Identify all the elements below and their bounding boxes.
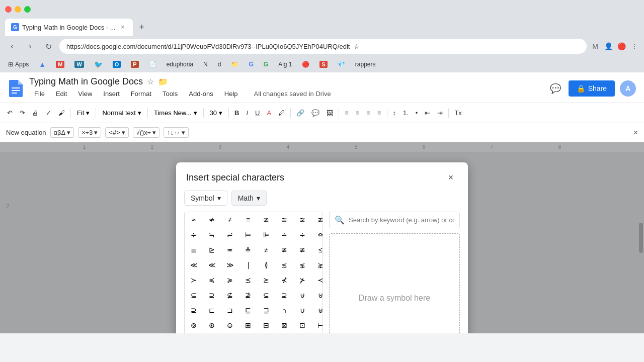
paintformat-btn[interactable]: 🖌 — [55, 107, 68, 119]
star-icon[interactable]: ☆ — [354, 43, 360, 50]
symbol-cell[interactable]: ⊋ — [185, 303, 203, 318]
symbol-cell[interactable]: ⊠ — [275, 318, 293, 333]
close-window-btn[interactable] — [5, 6, 12, 13]
bookmark-outlook[interactable]: O — [110, 60, 124, 69]
menu-view[interactable]: View — [73, 88, 97, 100]
symbol-cell[interactable]: ⊋ — [275, 288, 293, 303]
modal-close-btn[interactable]: × — [444, 170, 458, 185]
more-icon[interactable]: ⋮ — [630, 42, 639, 51]
symbol-cell[interactable]: ≽ — [221, 273, 239, 288]
symbol-cell[interactable]: ⊵ — [203, 242, 221, 257]
align-right-btn[interactable]: ≡ — [363, 107, 373, 119]
symbol-cell[interactable]: ⊮ — [293, 333, 311, 333]
bookmark-eduphoria[interactable]: eduphoria — [164, 60, 196, 69]
symbol-cell[interactable]: ⊩ — [203, 333, 221, 333]
symbol-cell[interactable]: ⊑ — [239, 303, 257, 318]
bookmark-n[interactable]: N — [200, 60, 211, 69]
operators-dropdown[interactable]: ×÷3 ▾ — [78, 127, 101, 138]
symbol-cell[interactable]: ⊏ — [203, 303, 221, 318]
symbol-cell[interactable]: ⊐ — [221, 303, 239, 318]
size-dropdown[interactable]: 30 ▾ — [206, 107, 226, 119]
category-dropdown[interactable]: Symbol ▾ — [184, 191, 227, 206]
symbol-cell[interactable]: ≈ — [185, 212, 203, 227]
symbol-cell[interactable]: ≢ — [257, 212, 275, 227]
symbol-cell[interactable]: ≫ — [221, 257, 239, 273]
symbol-cell[interactable]: ≏ — [311, 227, 323, 242]
symbol-cell[interactable]: ≢ — [293, 242, 311, 257]
textcolor-btn[interactable]: A — [264, 107, 274, 119]
symbol-cell[interactable]: ⋧ — [311, 257, 323, 273]
menu-file[interactable]: File — [29, 88, 50, 100]
symbol-cell[interactable]: ⊫ — [239, 333, 257, 333]
search-box[interactable]: 🔍 — [329, 212, 460, 228]
symbol-cell[interactable]: ⋦ — [293, 257, 311, 273]
spellcheck-btn[interactable]: ✓ — [43, 107, 54, 119]
align-center-btn[interactable]: ≡ — [353, 107, 363, 119]
structures-dropdown[interactable]: √()x÷ ▾ — [133, 127, 159, 138]
url-bar[interactable]: https://docs.google.com/document/d/11jP0… — [59, 39, 587, 54]
share-button[interactable]: 🔒 Share — [569, 80, 615, 97]
document-title[interactable]: Typing Math in Google Docs — [29, 76, 143, 87]
bookmark-rappers[interactable]: rappers — [352, 60, 379, 69]
new-tab-button[interactable]: + — [135, 20, 149, 34]
linespace-btn[interactable]: ↕ — [390, 107, 399, 119]
bookmark-apps[interactable]: ⊞ Apps — [5, 60, 32, 69]
link-btn[interactable]: 🔗 — [293, 107, 307, 119]
symbol-cell[interactable]: ≗ — [239, 242, 257, 257]
menu-addons[interactable]: Add-ons — [184, 88, 218, 100]
bookmark-gem[interactable]: 💎 — [335, 60, 348, 69]
style-dropdown[interactable]: Normal text ▾ — [99, 107, 144, 119]
greek-letters-dropdown[interactable]: αβΔ ▾ — [50, 127, 74, 138]
gmail-icon[interactable]: M — [591, 42, 600, 51]
symbol-cell[interactable]: ∪ — [293, 303, 311, 318]
bold-btn[interactable]: B — [231, 107, 242, 119]
symbol-cell[interactable]: ≪ — [185, 257, 203, 273]
undo-btn[interactable]: ↶ — [4, 107, 16, 119]
symbol-cell[interactable]: ≑ — [185, 227, 203, 242]
symbol-cell[interactable]: ≉ — [203, 212, 221, 227]
symbol-cell[interactable]: ⊉ — [239, 288, 257, 303]
symbol-cell[interactable]: ⊪ — [221, 333, 239, 333]
symbol-cell[interactable]: ⊊ — [257, 288, 275, 303]
symbol-cell[interactable]: ≤ — [311, 242, 323, 257]
symbol-cell[interactable]: ≻ — [185, 273, 203, 288]
subcategory-dropdown[interactable]: Math ▾ — [231, 191, 267, 206]
symbol-cell[interactable]: ≆ — [293, 212, 311, 227]
bookmark-g1[interactable]: G — [246, 60, 256, 69]
profile-icon[interactable]: 👤 — [604, 42, 613, 51]
increase-indent-btn[interactable]: ⇥ — [434, 107, 446, 119]
forward-button[interactable]: › — [23, 39, 37, 53]
extension-icon[interactable]: 🔴 — [617, 42, 626, 51]
symbol-cell[interactable]: ⊨ — [185, 333, 203, 333]
symbol-cell[interactable]: ⊈ — [221, 288, 239, 303]
symbol-grid-container[interactable]: ≈≉≠≡≢≅≆≇≈≊∸×÷≑≒≓⊨⊫≐≑≏≜≜△≙⊴≣⊵≖≗≠≢≢≤≥≦≧≨≩≪… — [184, 212, 323, 333]
redo-btn[interactable]: ↷ — [17, 107, 28, 119]
decrease-indent-btn[interactable]: ⇤ — [422, 107, 433, 119]
user-avatar[interactable]: A — [620, 80, 636, 97]
numberedlist-btn[interactable]: 1. — [400, 107, 412, 119]
comments-btn[interactable]: 💬 — [547, 80, 564, 97]
symbol-cell[interactable]: ⊆ — [185, 288, 203, 303]
symbol-cell[interactable]: ⊨ — [239, 227, 257, 242]
symbol-cell[interactable]: ≠ — [221, 212, 239, 227]
symbol-cell[interactable]: ≪ — [203, 257, 221, 273]
menu-tools[interactable]: Tools — [157, 88, 183, 100]
symbol-cell[interactable]: ⊍ — [311, 288, 323, 303]
symbol-cell[interactable]: ≢ — [275, 242, 293, 257]
symbol-cell[interactable]: ≓ — [221, 227, 239, 242]
symbol-cell[interactable]: ⊒ — [257, 303, 275, 318]
search-input[interactable] — [349, 216, 454, 224]
menu-edit[interactable]: Edit — [51, 88, 72, 100]
bookmark-gmail[interactable]: M — [53, 60, 67, 69]
bookmark-doc[interactable]: 📄 — [146, 60, 159, 69]
symbol-cell[interactable]: ⊢ — [311, 318, 323, 333]
bookmark-sheets[interactable]: G — [261, 60, 271, 69]
symbol-cell[interactable]: ⊜ — [221, 318, 239, 333]
symbol-cell[interactable]: ⊎ — [311, 303, 323, 318]
bookmark-bm1[interactable]: P — [128, 60, 141, 69]
symbol-cell[interactable]: ⊚ — [185, 318, 203, 333]
align-left-btn[interactable]: ≡ — [342, 107, 352, 119]
symbol-cell[interactable]: ≣ — [185, 242, 203, 257]
symbol-cell[interactable]: ⊀ — [275, 273, 293, 288]
symbol-cell[interactable]: ≿ — [257, 273, 275, 288]
